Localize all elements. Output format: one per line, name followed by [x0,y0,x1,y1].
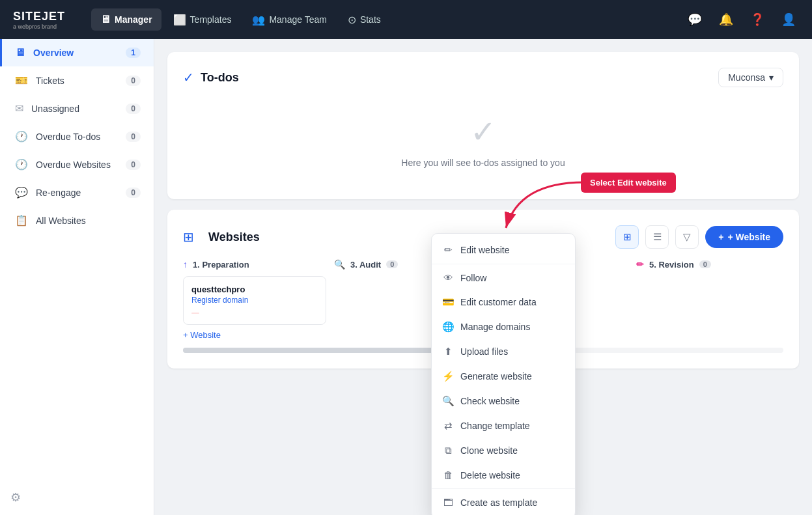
todos-empty: ✓ Here you will see to-dos assigned to y… [183,98,783,184]
filter-btn[interactable]: ▽ [675,225,699,249]
context-menu-follow-label: Follow [460,273,486,283]
sidebar: 🖥 Overview 1 🎫 Tickets 0 ✉ Unassigned 0 … [0,39,154,515]
websites-icon: ⊞ [183,229,194,245]
sidebar-label-all-websites: All Websites [36,216,141,226]
sidebar-item-tickets[interactable]: 🎫 Tickets 0 [0,66,154,94]
revision-col-badge: 0 [699,260,711,268]
all-websites-icon: 📋 [15,214,28,227]
context-menu-manage-domains[interactable]: 🌐 Manage domains [432,314,575,339]
help-icon[interactable]: ❓ [747,9,768,30]
clone-website-icon: ⧉ [442,445,454,456]
context-menu-delete-website[interactable]: 🗑 Delete website [432,463,575,487]
todos-icon: ✓ [183,70,194,85]
context-menu-edit-website[interactable]: ✏ Edit website [432,238,575,264]
overview-icon: 🖥 [15,47,25,59]
add-website-link-label: + Website [183,330,221,340]
sidebar-item-unassigned[interactable]: ✉ Unassigned 0 [0,94,154,122]
sidebar-label-tickets: Tickets [36,76,126,86]
todos-card: ✓ To-dos Muconsa ▾ ✓ Here you will see t… [167,52,799,199]
user-icon[interactable]: 👤 [778,9,799,30]
settings-icon[interactable]: ⚙ [10,491,21,504]
delete-website-icon: 🗑 [442,469,454,480]
bell-icon[interactable]: 🔔 [716,9,736,30]
preparation-col-label: 1. Preparation [193,260,249,270]
sidebar-count-overdue-websites: 0 [126,160,141,170]
context-menu-change-template-label: Change template [460,421,530,431]
nav-stats[interactable]: ⊙ Stats [339,8,390,31]
add-website-button[interactable]: + + Website [705,226,783,248]
todos-dropdown[interactable]: Muconsa ▾ [718,68,783,87]
kanban-col-header-revision: ✏ 5. Revision 0 [636,259,779,270]
todos-header-right: Muconsa ▾ [718,68,783,87]
check-website-icon: 🔍 [442,395,454,407]
context-menu-follow[interactable]: 👁 Follow [432,266,575,290]
context-menu-clone-website[interactable]: ⧉ Clone website [432,438,575,463]
register-domain-link[interactable]: Register domain [191,296,318,305]
sidebar-item-overdue-todos[interactable]: 🕐 Overdue To-dos 0 [0,122,154,150]
context-menu-upload-files[interactable]: ⬆ Upload files [432,339,575,364]
preparation-col-icon: ↑ [183,259,188,270]
re-engage-icon: 💬 [15,186,28,199]
sidebar-item-overdue-websites[interactable]: 🕐 Overdue Websites 0 [0,150,154,178]
website-name: questtechpro [191,285,318,294]
website-card-questtechpro[interactable]: questtechpro Register domain [183,276,326,325]
context-menu-clone-website-label: Clone website [460,445,518,456]
context-menu-create-template-label: Create as template [460,497,537,508]
nav-manage-team-label: Manage Team [269,14,326,25]
nav-manager[interactable]: 🖥 Manager [91,8,161,31]
todos-check-icon: ✓ [470,113,496,150]
chevron-down-icon: ▾ [769,72,774,83]
context-menu-change-template[interactable]: ⇄ Change template [432,413,575,438]
context-menu-edit-customer-label: Edit customer data [460,297,537,307]
sidebar-item-re-engage[interactable]: 💬 Re-engage 0 [0,178,154,206]
chat-icon[interactable]: 💬 [684,9,705,30]
generate-website-icon: ⚡ [442,370,454,382]
add-website-link[interactable]: + Website [183,330,326,340]
sidebar-label-re-engage: Re-engage [36,188,126,198]
sidebar-bottom: ⚙ [0,480,154,515]
kanban-col-revision: ✏ 5. Revision 0 [636,259,779,340]
team-icon: 👥 [252,14,265,26]
grid-view-btn[interactable]: ⊞ [615,225,639,249]
audit-col-label: 3. Audit [350,260,381,270]
context-menu-check-website-label: Check website [460,396,520,406]
nav-manage-team[interactable]: 👥 Manage Team [243,8,335,31]
top-nav: SITEJET a webpros brand 🖥 Manager ⬜ Temp… [0,0,812,39]
templates-icon: ⬜ [173,14,186,26]
kanban-col-header-preparation: ↑ 1. Preparation [183,259,326,270]
sidebar-count-re-engage: 0 [126,188,141,198]
audit-col-badge: 0 [386,260,398,268]
context-menu-manage-domains-label: Manage domains [460,322,530,332]
context-menu-create-template[interactable]: 🗔 Create as template [432,490,575,514]
sidebar-item-all-websites[interactable]: 📋 All Websites [0,206,154,234]
revision-col-icon: ✏ [636,259,644,270]
overdue-todos-icon: 🕐 [15,130,28,143]
todos-dropdown-label: Muconsa [728,72,765,83]
audit-col-icon: 🔍 [334,259,345,270]
todos-title: To-dos [201,71,239,85]
kanban-col-preparation: ↑ 1. Preparation questtechpro Register d… [183,259,326,340]
context-menu-divider [432,488,575,489]
websites-controls: ⊞ ☰ ▽ + + Website [615,225,783,249]
create-template-icon: 🗔 [442,497,454,508]
edit-website-icon: ✏ [442,244,454,256]
tickets-icon: 🎫 [15,74,28,87]
context-menu-edit-website-label: Edit website [460,245,509,255]
nav-manager-label: Manager [115,14,152,25]
todos-empty-text: Here you will see to-dos assigned to you [401,158,565,168]
list-view-btn[interactable]: ☰ [645,225,669,249]
context-menu-check-website[interactable]: 🔍 Check website [432,389,575,413]
sidebar-count-tickets: 0 [126,76,141,86]
sidebar-count-unassigned: 0 [126,104,141,114]
unassigned-icon: ✉ [15,102,23,115]
follow-icon: 👁 [442,272,454,283]
main-content: ✓ To-dos Muconsa ▾ ✓ Here you will see t… [154,39,812,515]
manage-domains-icon: 🌐 [442,321,454,333]
nav-templates[interactable]: ⬜ Templates [164,8,241,31]
context-menu-generate-website[interactable]: ⚡ Generate website [432,364,575,389]
context-menu-edit-customer[interactable]: 💳 Edit customer data [432,290,575,314]
context-menu-generate-website-label: Generate website [460,371,532,382]
website-tag [191,313,199,314]
sidebar-item-overview[interactable]: 🖥 Overview 1 [0,39,154,66]
context-menu-delete-website-label: Delete website [460,470,520,480]
